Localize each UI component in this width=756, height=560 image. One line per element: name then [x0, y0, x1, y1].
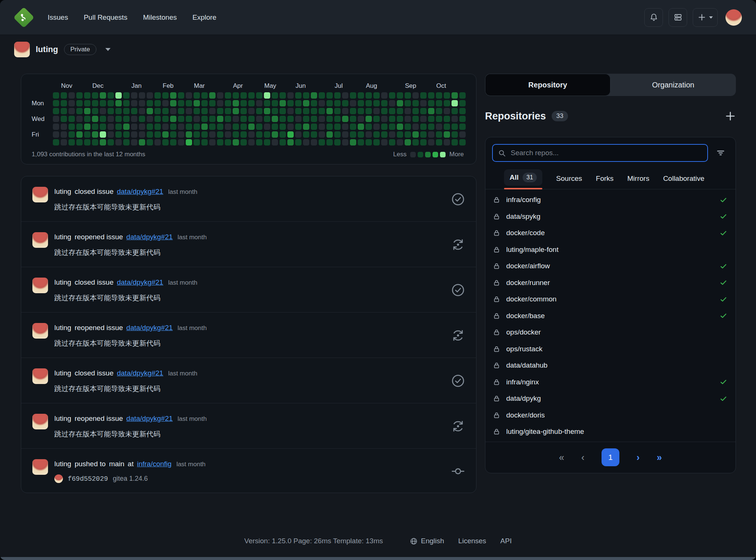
feed-avatar[interactable]	[32, 323, 48, 339]
contribution-cell[interactable]	[373, 116, 380, 122]
contribution-cell[interactable]	[287, 100, 294, 106]
contribution-cell[interactable]	[225, 100, 231, 106]
contribution-cell[interactable]	[240, 92, 247, 99]
contribution-cell[interactable]	[311, 139, 317, 145]
contribution-cell[interactable]	[412, 108, 419, 114]
contribution-cell[interactable]	[303, 108, 309, 114]
contribution-cell[interactable]	[334, 100, 341, 106]
contribution-cell[interactable]	[186, 131, 192, 138]
contribution-cell[interactable]	[311, 124, 317, 130]
contribution-cell[interactable]	[420, 100, 427, 106]
contribution-cell[interactable]	[84, 92, 90, 99]
contribution-cell[interactable]	[178, 131, 184, 138]
feed-issue-link[interactable]: data/dpykg#21	[126, 233, 173, 241]
contribution-cell[interactable]	[217, 124, 223, 130]
contribution-cell[interactable]	[358, 124, 364, 130]
contribution-cell[interactable]	[92, 139, 98, 145]
contribution-cell[interactable]	[53, 116, 59, 122]
contribution-cell[interactable]	[397, 92, 403, 99]
contribution-cell[interactable]	[295, 131, 302, 138]
search-input[interactable]	[510, 148, 702, 157]
contribution-cell[interactable]	[201, 131, 208, 138]
contribution-cell[interactable]	[123, 92, 130, 99]
contribution-cell[interactable]	[334, 108, 341, 114]
commit-hash[interactable]: f69d552029	[68, 475, 108, 483]
contribution-cell[interactable]	[295, 92, 302, 99]
contribution-cell[interactable]	[389, 92, 395, 99]
contribution-cell[interactable]	[295, 100, 302, 106]
contribution-cell[interactable]	[420, 108, 427, 114]
contribution-cell[interactable]	[420, 131, 427, 138]
contribution-cell[interactable]	[412, 131, 419, 138]
navbar-user-avatar[interactable]	[725, 9, 742, 26]
contribution-cell[interactable]	[444, 92, 450, 99]
contribution-cell[interactable]	[436, 131, 442, 138]
contribution-cell[interactable]	[428, 131, 434, 138]
contribution-cell[interactable]	[373, 100, 380, 106]
contribution-cell[interactable]	[131, 139, 137, 145]
contribution-cell[interactable]	[381, 124, 387, 130]
contribution-cell[interactable]	[272, 131, 278, 138]
repo-row-docker-code[interactable]: docker/code	[485, 225, 736, 241]
contribution-cell[interactable]	[287, 116, 294, 122]
contribution-cell[interactable]	[139, 124, 145, 130]
contribution-cell[interactable]	[154, 92, 161, 99]
contribution-cell[interactable]	[53, 139, 59, 145]
contribution-cell[interactable]	[428, 108, 434, 114]
contribution-cell[interactable]	[436, 116, 442, 122]
contribution-cell[interactable]	[225, 139, 231, 145]
repo-row-luting-maple-font[interactable]: luting/maple-font	[485, 241, 736, 258]
contribution-cell[interactable]	[68, 100, 75, 106]
pagination-last[interactable]: »	[657, 452, 662, 463]
contribution-cell[interactable]	[256, 116, 262, 122]
contribution-cell[interactable]	[147, 116, 153, 122]
pagination-prev[interactable]: ‹	[581, 452, 584, 463]
feed-repo-link[interactable]: infra/config	[137, 460, 172, 468]
create-new-button[interactable]	[693, 8, 718, 27]
contribution-cell[interactable]	[123, 108, 130, 114]
contribution-cell[interactable]	[444, 131, 450, 138]
contribution-cell[interactable]	[194, 116, 200, 122]
contribution-cell[interactable]	[108, 92, 114, 99]
contribution-cell[interactable]	[428, 139, 434, 145]
repo-row-docker-doris[interactable]: docker/doris	[485, 407, 736, 424]
contribution-cell[interactable]	[397, 108, 403, 114]
contribution-cell[interactable]	[319, 108, 325, 114]
nav-item-explore[interactable]: Explore	[192, 13, 216, 22]
contribution-cell[interactable]	[397, 131, 403, 138]
contribution-cell[interactable]	[108, 100, 114, 106]
contribution-cell[interactable]	[233, 116, 239, 122]
contribution-cell[interactable]	[350, 139, 356, 145]
contribution-cell[interactable]	[240, 116, 247, 122]
contribution-cell[interactable]	[326, 139, 333, 145]
contribution-cell[interactable]	[358, 92, 364, 99]
user-avatar[interactable]	[14, 42, 30, 57]
contribution-cell[interactable]	[311, 108, 317, 114]
contribution-cell[interactable]	[280, 100, 286, 106]
contribution-cell[interactable]	[342, 116, 348, 122]
contribution-cell[interactable]	[326, 124, 333, 130]
contribution-cell[interactable]	[147, 100, 153, 106]
contribution-cell[interactable]	[123, 116, 130, 122]
contribution-cell[interactable]	[186, 100, 192, 106]
contribution-cell[interactable]	[76, 139, 83, 145]
contribution-cell[interactable]	[248, 108, 255, 114]
contribution-cell[interactable]	[264, 108, 270, 114]
contribution-cell[interactable]	[459, 116, 466, 122]
contribution-cell[interactable]	[342, 139, 348, 145]
contribution-cell[interactable]	[92, 116, 98, 122]
contribution-cell[interactable]	[405, 108, 411, 114]
contribution-cell[interactable]	[280, 92, 286, 99]
contribution-cell[interactable]	[53, 108, 59, 114]
contribution-cell[interactable]	[459, 124, 466, 130]
contribution-cell[interactable]	[170, 116, 176, 122]
contribution-cell[interactable]	[373, 108, 380, 114]
contribution-cell[interactable]	[264, 100, 270, 106]
pagination-first[interactable]: «	[559, 452, 564, 463]
contribution-cell[interactable]	[264, 131, 270, 138]
contribution-cell[interactable]	[256, 139, 262, 145]
contribution-cell[interactable]	[154, 139, 161, 145]
contribution-cell[interactable]	[92, 124, 98, 130]
contribution-cell[interactable]	[342, 124, 348, 130]
contribution-cell[interactable]	[459, 108, 466, 114]
